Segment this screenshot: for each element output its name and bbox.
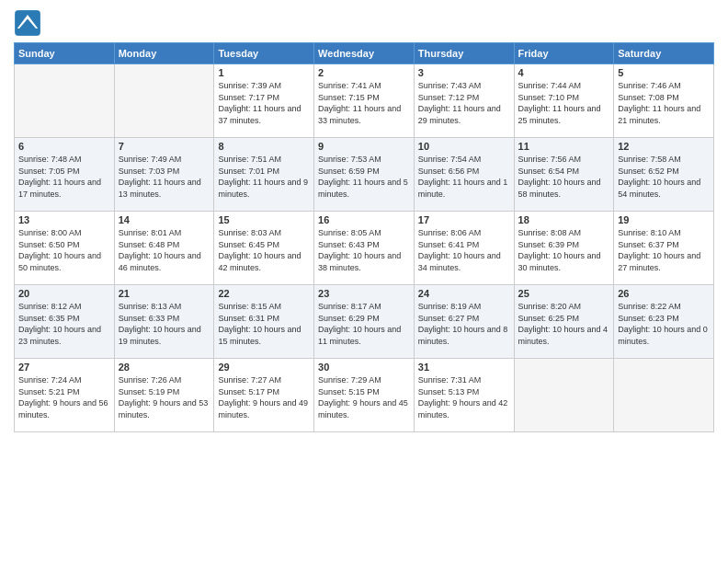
day-info: Sunrise: 7:53 AM Sunset: 6:59 PM Dayligh… (318, 154, 410, 200)
day-number: 22 (218, 288, 310, 299)
day-number: 18 (518, 214, 610, 225)
day-cell: 10Sunrise: 7:54 AM Sunset: 6:56 PM Dayli… (414, 138, 514, 212)
day-info: Sunrise: 8:01 AM Sunset: 6:48 PM Dayligh… (119, 227, 210, 273)
week-row-3: 13Sunrise: 8:00 AM Sunset: 6:50 PM Dayli… (15, 212, 714, 285)
day-cell: 22Sunrise: 8:15 AM Sunset: 6:31 PM Dayli… (214, 285, 314, 359)
day-info: Sunrise: 7:29 AM Sunset: 5:15 PM Dayligh… (318, 374, 410, 420)
day-cell: 15Sunrise: 8:03 AM Sunset: 6:45 PM Dayli… (214, 212, 314, 285)
logo-icon (14, 9, 41, 37)
day-number: 9 (318, 141, 410, 152)
day-cell: 30Sunrise: 7:29 AM Sunset: 5:15 PM Dayli… (314, 359, 415, 432)
day-number: 1 (218, 67, 310, 78)
day-info: Sunrise: 7:43 AM Sunset: 7:12 PM Dayligh… (418, 80, 510, 126)
day-cell: 5Sunrise: 7:46 AM Sunset: 7:08 PM Daylig… (614, 64, 714, 138)
day-number: 30 (318, 362, 410, 373)
day-number: 25 (518, 288, 610, 299)
day-info: Sunrise: 8:15 AM Sunset: 6:31 PM Dayligh… (218, 301, 310, 347)
day-info: Sunrise: 7:27 AM Sunset: 5:17 PM Dayligh… (218, 374, 310, 420)
day-cell: 25Sunrise: 8:20 AM Sunset: 6:25 PM Dayli… (514, 285, 614, 359)
logo (14, 9, 45, 37)
day-info: Sunrise: 8:13 AM Sunset: 6:33 PM Dayligh… (119, 301, 210, 347)
calendar-page: SundayMondayTuesdayWednesdayThursdayFrid… (0, 0, 728, 563)
day-cell: 21Sunrise: 8:13 AM Sunset: 6:33 PM Dayli… (114, 285, 214, 359)
day-info: Sunrise: 8:08 AM Sunset: 6:39 PM Dayligh… (518, 227, 610, 273)
day-cell (114, 64, 214, 138)
day-cell: 7Sunrise: 7:49 AM Sunset: 7:03 PM Daylig… (114, 138, 214, 212)
week-row-2: 6Sunrise: 7:48 AM Sunset: 7:05 PM Daylig… (15, 138, 714, 212)
day-info: Sunrise: 8:19 AM Sunset: 6:27 PM Dayligh… (418, 301, 510, 347)
day-number: 11 (518, 141, 610, 152)
day-info: Sunrise: 7:49 AM Sunset: 7:03 PM Dayligh… (119, 154, 210, 200)
col-header-wednesday: Wednesday (314, 43, 415, 64)
day-number: 10 (418, 141, 510, 152)
day-info: Sunrise: 8:10 AM Sunset: 6:37 PM Dayligh… (618, 227, 710, 273)
day-cell (614, 359, 714, 432)
day-info: Sunrise: 7:58 AM Sunset: 6:52 PM Dayligh… (618, 154, 710, 200)
day-cell: 13Sunrise: 8:00 AM Sunset: 6:50 PM Dayli… (15, 212, 115, 285)
day-number: 28 (119, 362, 210, 373)
day-cell: 9Sunrise: 7:53 AM Sunset: 6:59 PM Daylig… (314, 138, 415, 212)
day-info: Sunrise: 8:12 AM Sunset: 6:35 PM Dayligh… (18, 301, 110, 347)
day-cell: 8Sunrise: 7:51 AM Sunset: 7:01 PM Daylig… (214, 138, 314, 212)
day-number: 7 (119, 141, 210, 152)
day-cell (15, 64, 115, 138)
day-number: 26 (618, 288, 710, 299)
col-header-monday: Monday (114, 43, 214, 64)
day-number: 27 (18, 362, 110, 373)
day-info: Sunrise: 7:31 AM Sunset: 5:13 PM Dayligh… (418, 374, 510, 420)
col-header-thursday: Thursday (414, 43, 514, 64)
header-row: SundayMondayTuesdayWednesdayThursdayFrid… (15, 43, 714, 64)
day-info: Sunrise: 7:39 AM Sunset: 7:17 PM Dayligh… (218, 80, 310, 126)
day-info: Sunrise: 8:22 AM Sunset: 6:23 PM Dayligh… (618, 301, 710, 347)
day-info: Sunrise: 7:26 AM Sunset: 5:19 PM Dayligh… (119, 374, 210, 420)
day-number: 5 (618, 67, 710, 78)
day-cell: 31Sunrise: 7:31 AM Sunset: 5:13 PM Dayli… (414, 359, 514, 432)
day-number: 21 (119, 288, 210, 299)
day-number: 24 (418, 288, 510, 299)
day-info: Sunrise: 7:51 AM Sunset: 7:01 PM Dayligh… (218, 154, 310, 200)
week-row-1: 1Sunrise: 7:39 AM Sunset: 7:17 PM Daylig… (15, 64, 714, 138)
day-number: 6 (18, 141, 110, 152)
day-info: Sunrise: 8:00 AM Sunset: 6:50 PM Dayligh… (18, 227, 110, 273)
day-number: 15 (218, 214, 310, 225)
day-number: 3 (418, 67, 510, 78)
day-cell (514, 359, 614, 432)
day-cell: 3Sunrise: 7:43 AM Sunset: 7:12 PM Daylig… (414, 64, 514, 138)
day-cell: 17Sunrise: 8:06 AM Sunset: 6:41 PM Dayli… (414, 212, 514, 285)
header (14, 9, 714, 37)
day-info: Sunrise: 8:05 AM Sunset: 6:43 PM Dayligh… (318, 227, 410, 273)
day-cell: 18Sunrise: 8:08 AM Sunset: 6:39 PM Dayli… (514, 212, 614, 285)
col-header-friday: Friday (514, 43, 614, 64)
day-number: 14 (119, 214, 210, 225)
day-info: Sunrise: 7:54 AM Sunset: 6:56 PM Dayligh… (418, 154, 510, 200)
day-cell: 20Sunrise: 8:12 AM Sunset: 6:35 PM Dayli… (15, 285, 115, 359)
day-number: 13 (18, 214, 110, 225)
day-number: 4 (518, 67, 610, 78)
day-cell: 1Sunrise: 7:39 AM Sunset: 7:17 PM Daylig… (214, 64, 314, 138)
day-info: Sunrise: 7:56 AM Sunset: 6:54 PM Dayligh… (518, 154, 610, 200)
day-number: 16 (318, 214, 410, 225)
day-info: Sunrise: 8:20 AM Sunset: 6:25 PM Dayligh… (518, 301, 610, 347)
day-number: 19 (618, 214, 710, 225)
day-info: Sunrise: 7:48 AM Sunset: 7:05 PM Dayligh… (18, 154, 110, 200)
day-number: 23 (318, 288, 410, 299)
col-header-saturday: Saturday (614, 43, 714, 64)
day-info: Sunrise: 7:46 AM Sunset: 7:08 PM Dayligh… (618, 80, 710, 126)
day-cell: 29Sunrise: 7:27 AM Sunset: 5:17 PM Dayli… (214, 359, 314, 432)
day-number: 2 (318, 67, 410, 78)
calendar-table: SundayMondayTuesdayWednesdayThursdayFrid… (14, 42, 714, 432)
day-cell: 23Sunrise: 8:17 AM Sunset: 6:29 PM Dayli… (314, 285, 415, 359)
day-info: Sunrise: 7:41 AM Sunset: 7:15 PM Dayligh… (318, 80, 410, 126)
day-info: Sunrise: 7:44 AM Sunset: 7:10 PM Dayligh… (518, 80, 610, 126)
day-cell: 28Sunrise: 7:26 AM Sunset: 5:19 PM Dayli… (114, 359, 214, 432)
day-number: 20 (18, 288, 110, 299)
day-cell: 16Sunrise: 8:05 AM Sunset: 6:43 PM Dayli… (314, 212, 415, 285)
day-cell: 27Sunrise: 7:24 AM Sunset: 5:21 PM Dayli… (15, 359, 115, 432)
day-number: 12 (618, 141, 710, 152)
day-number: 8 (218, 141, 310, 152)
day-number: 17 (418, 214, 510, 225)
day-cell: 11Sunrise: 7:56 AM Sunset: 6:54 PM Dayli… (514, 138, 614, 212)
day-info: Sunrise: 8:06 AM Sunset: 6:41 PM Dayligh… (418, 227, 510, 273)
day-cell: 14Sunrise: 8:01 AM Sunset: 6:48 PM Dayli… (114, 212, 214, 285)
day-number: 31 (418, 362, 510, 373)
